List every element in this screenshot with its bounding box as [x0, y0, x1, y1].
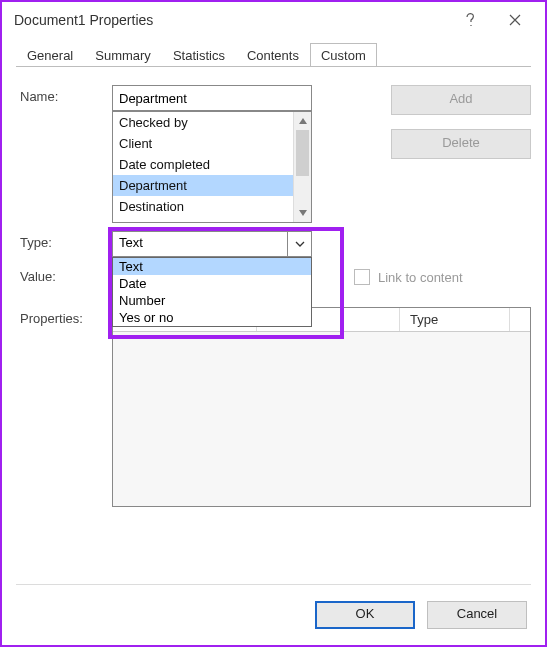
type-combobox[interactable]: Text: [112, 231, 312, 257]
scroll-thumb[interactable]: [296, 130, 309, 176]
cancel-button[interactable]: Cancel: [427, 601, 527, 629]
type-dropdown-list[interactable]: Text Date Number Yes or no: [112, 257, 312, 327]
tab-summary-label: Summary: [95, 48, 151, 63]
list-item[interactable]: Destination: [113, 196, 293, 217]
tab-statistics[interactable]: Statistics: [162, 43, 236, 67]
value-label: Value:: [20, 265, 112, 284]
link-to-content-label: Link to content: [378, 270, 463, 285]
close-button[interactable]: [493, 5, 537, 35]
type-value: Text: [113, 232, 287, 256]
window-title: Document1 Properties: [14, 12, 449, 28]
properties-listview[interactable]: Name Value Type: [112, 307, 531, 507]
delete-button[interactable]: Delete: [391, 129, 531, 159]
tab-general-label: General: [27, 48, 73, 63]
name-label: Name:: [20, 85, 112, 104]
scroll-up-icon[interactable]: [294, 112, 311, 130]
chevron-down-icon[interactable]: [287, 232, 311, 256]
tab-contents[interactable]: Contents: [236, 43, 310, 67]
titlebar: Document1 Properties: [2, 2, 545, 38]
type-option[interactable]: Date: [113, 275, 311, 292]
scroll-down-icon[interactable]: [294, 204, 311, 222]
name-input[interactable]: [112, 85, 312, 111]
link-to-content-checkbox[interactable]: [354, 269, 370, 285]
type-option[interactable]: Number: [113, 292, 311, 309]
scrollbar[interactable]: [293, 112, 311, 222]
list-item[interactable]: Checked by: [113, 112, 293, 133]
tab-general[interactable]: General: [16, 43, 84, 67]
tabstrip: General Summary Statistics Contents Cust…: [2, 38, 545, 66]
col-spacer: [510, 308, 530, 331]
type-option[interactable]: Text: [113, 258, 311, 275]
dialog-footer: OK Cancel: [2, 591, 545, 645]
tab-contents-label: Contents: [247, 48, 299, 63]
tab-custom-label: Custom: [321, 48, 366, 63]
col-type[interactable]: Type: [400, 308, 510, 331]
name-suggestion-list[interactable]: Checked by Client Date completed Departm…: [112, 111, 312, 223]
tab-statistics-label: Statistics: [173, 48, 225, 63]
list-item[interactable]: Client: [113, 133, 293, 154]
type-label: Type:: [20, 231, 112, 250]
list-item[interactable]: Department: [113, 175, 293, 196]
list-item[interactable]: Disposition: [113, 217, 293, 222]
ok-button[interactable]: OK: [315, 601, 415, 629]
properties-label: Properties:: [20, 307, 112, 326]
help-button[interactable]: [449, 5, 493, 35]
type-option[interactable]: Yes or no: [113, 309, 311, 326]
tab-custom[interactable]: Custom: [310, 43, 377, 67]
list-item[interactable]: Date completed: [113, 154, 293, 175]
add-button[interactable]: Add: [391, 85, 531, 115]
tab-summary[interactable]: Summary: [84, 43, 162, 67]
